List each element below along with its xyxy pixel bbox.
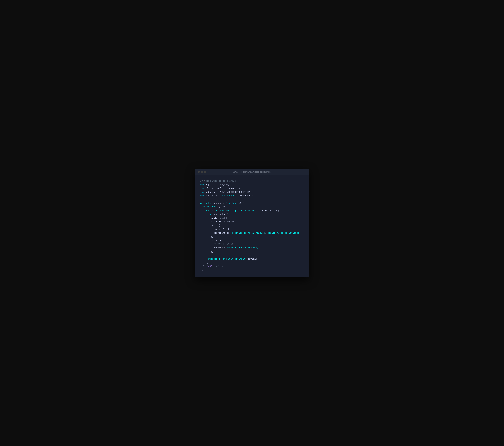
code-line: websocket.send(JSON.stringify(payload)); [200, 257, 304, 261]
code-line: appId: appId, [200, 216, 304, 220]
maximize-button[interactable] [204, 171, 206, 173]
code-line: }); [200, 261, 304, 265]
code-line: var appId = "YOUR_APP_ID"; [200, 183, 304, 187]
titlebar: Javascript client with websockets exampl… [195, 169, 309, 175]
close-button[interactable] [198, 171, 200, 173]
code-window: Javascript client with websockets exampl… [195, 169, 309, 277]
window-title: Javascript client with websockets exampl… [233, 171, 271, 173]
code-line: websocket.onopen = function (e) { [200, 201, 304, 205]
code-editor: // Using websockets example var appId = … [195, 175, 309, 277]
code-line: }; [200, 253, 304, 257]
code-line: var websocket = new WebSocket(wsServer); [200, 194, 304, 198]
empty-line [200, 198, 304, 201]
traffic-lights [198, 171, 206, 173]
code-line: data: { [200, 224, 304, 227]
code-line: var payload = { [200, 213, 304, 216]
code-line: setInterval(() => { [200, 205, 304, 209]
code-line: var clientId = "YOUR_DEVICE_ID"; [200, 187, 304, 190]
code-line: type: "Point", [200, 228, 304, 231]
code-line: // Using websockets example [200, 179, 304, 183]
code-line: }, [200, 250, 304, 253]
code-line: }, 1000); // 1s [200, 265, 304, 268]
code-line: }; [200, 268, 304, 272]
code-line: clientId: clientId, [200, 220, 304, 224]
code-line: extra: { [200, 239, 304, 242]
code-line: navigator.geolocation.getCurrentPosition… [200, 209, 304, 213]
minimize-button[interactable] [201, 171, 203, 173]
code-line: var wsServer = "OUR_WEBSOCKETS_SERVER"; [200, 190, 304, 194]
code-line: }, [200, 235, 304, 238]
code-line: // key : "value" [200, 242, 304, 246]
code-line: coordinates: [position.coords.longitude,… [200, 231, 304, 235]
code-line: accuracy: position.coords.accuracy, [200, 246, 304, 250]
